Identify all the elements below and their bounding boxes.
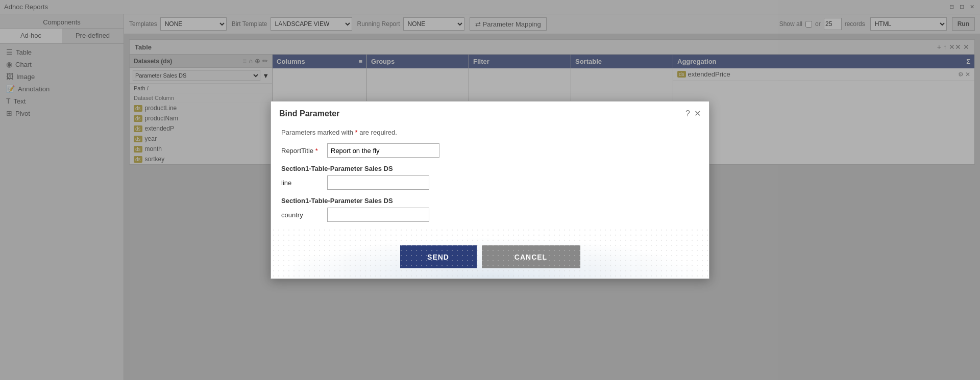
country-input[interactable] bbox=[327, 208, 429, 222]
dialog-footer: SEND CANCEL bbox=[271, 237, 709, 278]
dialog-header-icons: ? ✕ bbox=[685, 109, 701, 118]
section1-title: Section1-Table-Parameter Sales DS bbox=[281, 165, 699, 172]
modal-overlay: Bind Parameter ? ✕ Parameters marked wit… bbox=[0, 0, 980, 380]
line-label: line bbox=[281, 179, 322, 187]
cancel-button[interactable]: CANCEL bbox=[482, 245, 580, 268]
line-field-row: line bbox=[281, 175, 699, 190]
send-button[interactable]: SEND bbox=[400, 245, 477, 268]
help-icon[interactable]: ? bbox=[685, 109, 690, 118]
dialog-note: Parameters marked with * are required. bbox=[281, 129, 699, 136]
dialog-close-icon[interactable]: ✕ bbox=[694, 109, 701, 118]
report-title-row: ReportTitle bbox=[281, 143, 699, 158]
section2-title: Section1-Table-Parameter Sales DS bbox=[281, 197, 699, 205]
bind-parameter-dialog: Bind Parameter ? ✕ Parameters marked wit… bbox=[271, 101, 709, 279]
report-title-label: ReportTitle bbox=[281, 147, 322, 155]
line-input[interactable] bbox=[327, 175, 429, 190]
dialog-header: Bind Parameter ? ✕ bbox=[271, 102, 709, 123]
report-title-input[interactable] bbox=[327, 143, 439, 158]
country-label: country bbox=[281, 211, 322, 219]
dialog-title: Bind Parameter bbox=[279, 109, 339, 118]
required-marker: * bbox=[355, 129, 358, 136]
dialog-body: Parameters marked with * are required. R… bbox=[271, 123, 709, 237]
country-field-row: country bbox=[281, 208, 699, 222]
